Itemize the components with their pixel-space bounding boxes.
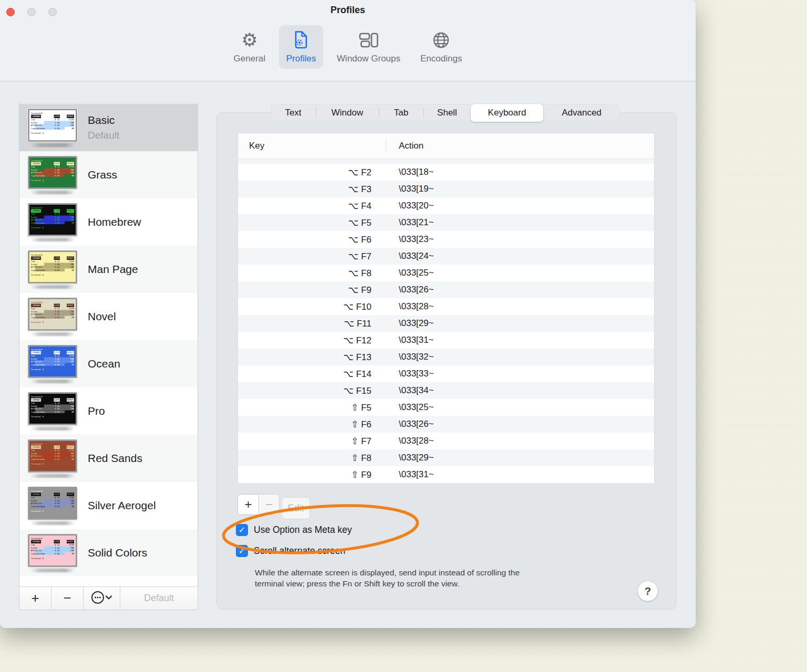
set-default-button[interactable]: Default: [120, 587, 198, 610]
globe-icon: [432, 29, 450, 50]
profile-thumbnail: Terminal#COMMAND%CPURPRVTtop4.1%231KXcod…: [28, 439, 77, 478]
table-row[interactable]: ⌥ F4\033[20~: [238, 197, 654, 214]
key-column-header[interactable]: Key: [238, 141, 386, 151]
profile-name: Red Sands: [88, 452, 142, 465]
tab-text[interactable]: Text: [271, 104, 316, 122]
toolbar-item-label: Encodings: [420, 54, 462, 64]
table-row[interactable]: ⇧ F5\033[25~: [238, 399, 654, 416]
use-option-as-meta-checkbox[interactable]: [236, 524, 248, 536]
profile-name: Novel: [88, 310, 116, 323]
action-cell: \033[31~: [386, 335, 654, 345]
tab-window[interactable]: Window: [316, 104, 379, 122]
add-profile-button[interactable]: +: [19, 587, 51, 610]
profile-item-ocean[interactable]: Terminal#COMMAND%CPURPRVTtop4.1%231KXcod…: [19, 340, 198, 387]
table-row[interactable]: ⌥ F13\033[32~: [238, 349, 654, 365]
table-row[interactable]: ⇧ F9\033[31~: [238, 466, 654, 483]
toolbar-item-window-groups[interactable]: Window Groups: [330, 25, 407, 69]
action-cell: \033[26~: [386, 419, 654, 429]
action-cell: \033[33~: [386, 369, 654, 379]
key-cell: ⌥ F13: [238, 352, 386, 363]
toolbar-item-encodings[interactable]: Encodings: [414, 25, 468, 69]
profile-item-basic[interactable]: Terminal#COMMAND%CPURPRVTtop4.1%231KXcod…: [19, 104, 198, 151]
profile-item-red-sands[interactable]: Terminal#COMMAND%CPURPRVTtop4.1%231KXcod…: [19, 435, 198, 482]
profile-name: Basic: [88, 114, 119, 127]
toolbar-item-label: Window Groups: [337, 54, 400, 64]
profile-list: Terminal#COMMAND%CPURPRVTtop4.1%231KXcod…: [19, 104, 198, 576]
action-cell: \033[24~: [386, 251, 654, 261]
profile-name: Ocean: [88, 358, 120, 370]
table-row[interactable]: ⌥ F6\033[23~: [238, 231, 654, 248]
table-row[interactable]: ⌥ F8\033[25~: [238, 265, 654, 281]
key-cell: ⇧ F6: [238, 419, 386, 430]
profile-thumbnail: Terminal#COMMAND%CPURPRVTtop4.1%231KXcod…: [28, 487, 77, 525]
table-row[interactable]: ⌥ F12\033[31~: [238, 332, 654, 349]
action-cell: \033[19~: [386, 184, 654, 194]
profile-item-grass[interactable]: Terminal#COMMAND%CPURPRVTtop4.1%231KXcod…: [19, 151, 198, 198]
table-row[interactable]: ⌥ F14\033[33~: [238, 365, 654, 382]
use-option-as-meta-row: Use Option as Meta key: [236, 524, 352, 536]
profile-document-icon: [294, 29, 308, 50]
key-cell: ⌥ F2: [238, 167, 386, 178]
action-cell: \033[20~: [386, 201, 654, 211]
key-cell: ⇧ F9: [238, 469, 386, 480]
profile-thumbnail: Terminal#COMMAND%CPURPRVTtop4.1%231KXcod…: [28, 392, 77, 430]
remove-key-button[interactable]: −: [258, 494, 280, 515]
profile-item-silver-aerogel[interactable]: Terminal#COMMAND%CPURPRVTtop4.1%231KXcod…: [19, 482, 198, 529]
tab-tab[interactable]: Tab: [379, 104, 423, 122]
column-divider: [386, 140, 386, 152]
profile-item-man-page[interactable]: Terminal#COMMAND%CPURPRVTtop4.1%231KXcod…: [19, 246, 198, 293]
action-cell: \033[25~: [386, 268, 654, 278]
profile-item-solid-colors[interactable]: Terminal#COMMAND%CPURPRVTtop4.1%231KXcod…: [19, 529, 198, 576]
more-options-icon: [91, 591, 113, 606]
alternate-screen-help-text: While the alternate screen is displayed,…: [255, 567, 623, 589]
profile-name: Man Page: [88, 263, 138, 276]
gear-icon: ⚙: [241, 29, 257, 50]
key-cell: ⌥ F7: [238, 251, 386, 262]
key-cell: ⌥ F15: [238, 385, 386, 396]
action-cell: \033[26~: [386, 285, 654, 295]
table-row[interactable]: ⌥ F5\033[21~: [238, 214, 654, 231]
key-cell: ⌥ F5: [238, 217, 386, 228]
toolbar-item-profiles[interactable]: Profiles: [279, 25, 323, 69]
table-row[interactable]: ⇧ F7\033[28~: [238, 433, 654, 449]
table-row[interactable]: ⌥ F10\033[28~: [238, 298, 654, 315]
table-row-partial: [238, 159, 654, 164]
action-cell: \033[23~: [386, 234, 654, 245]
profile-thumbnail: Terminal#COMMAND%CPURPRVTtop4.1%231KXcod…: [28, 345, 77, 383]
profile-subtitle: Default: [88, 130, 119, 141]
profile-item-homebrew[interactable]: Terminal#COMMAND%CPURPRVTtop4.1%231KXcod…: [19, 198, 198, 246]
titlebar: Profiles ⚙GeneralProfilesWindow GroupsEn…: [0, 0, 696, 81]
scroll-alternate-screen-row: Scroll alternate screen: [236, 545, 345, 557]
profile-actions-button[interactable]: [84, 587, 120, 610]
scroll-alternate-screen-checkbox[interactable]: [236, 545, 248, 557]
profile-item-novel[interactable]: Terminal#COMMAND%CPURPRVTtop4.1%231KXcod…: [19, 293, 198, 340]
table-row[interactable]: ⌥ F3\033[19~: [238, 181, 654, 197]
table-row[interactable]: ⇧ F6\033[26~: [238, 416, 654, 433]
tab-advanced[interactable]: Advanced: [543, 104, 620, 122]
table-row[interactable]: ⌥ F7\033[24~: [238, 248, 654, 265]
table-row[interactable]: ⇧ F8\033[29~: [238, 449, 654, 466]
profile-thumbnail: Terminal#COMMAND%CPURPRVTtop4.1%231KXcod…: [28, 298, 77, 336]
key-cell: ⇧ F8: [238, 453, 386, 464]
table-row[interactable]: ⌥ F9\033[26~: [238, 281, 654, 298]
remove-profile-button[interactable]: −: [51, 587, 84, 610]
toolbar-item-label: General: [234, 54, 265, 64]
help-button[interactable]: ?: [638, 581, 658, 601]
action-cell: \033[34~: [386, 385, 654, 396]
toolbar-item-general[interactable]: ⚙General: [227, 25, 272, 69]
key-table-body: ⌥ F2\033[18~⌥ F3\033[19~⌥ F4\033[20~⌥ F5…: [238, 159, 654, 483]
profile-name: Silver Aerogel: [88, 499, 156, 512]
table-row[interactable]: ⌥ F11\033[29~: [238, 315, 654, 332]
tab-keyboard[interactable]: Keyboard: [471, 104, 543, 122]
key-cell: ⌥ F9: [238, 285, 386, 296]
profile-name: Homebrew: [88, 216, 141, 228]
add-key-button[interactable]: +: [237, 494, 259, 515]
table-row[interactable]: ⌥ F2\033[18~: [238, 164, 654, 181]
action-column-header[interactable]: Action: [386, 141, 654, 151]
table-row[interactable]: ⌥ F15\033[34~: [238, 382, 654, 399]
profile-name: Grass: [88, 169, 117, 181]
edit-key-button[interactable]: Edit: [282, 497, 310, 519]
profile-item-pro[interactable]: Terminal#COMMAND%CPURPRVTtop4.1%231KXcod…: [19, 387, 198, 435]
tab-shell[interactable]: Shell: [423, 104, 471, 122]
scroll-alternate-screen-label: Scroll alternate screen: [254, 545, 345, 556]
